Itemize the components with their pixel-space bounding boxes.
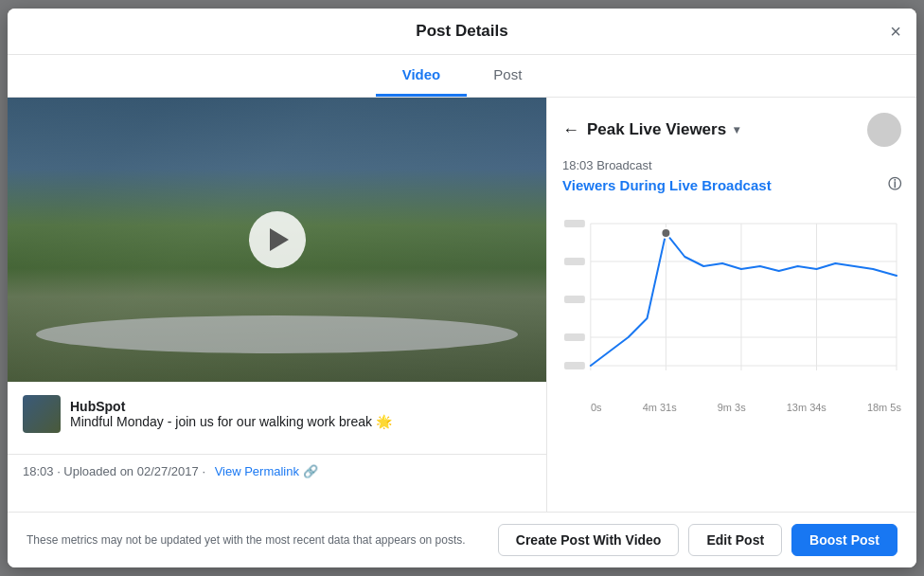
x-axis: 0s 4m 31s 9m 3s 13m 34s 18m 5s xyxy=(562,398,901,413)
panel-title-text: Peak Live Viewers xyxy=(587,120,726,139)
create-post-with-video-button[interactable]: Create Post With Video xyxy=(498,524,680,556)
boost-post-button[interactable]: Boost Post xyxy=(791,524,897,556)
left-panel: HubSpot Mindful Monday - join us for our… xyxy=(8,98,547,512)
modal-header: Post Details × xyxy=(8,9,916,55)
close-button[interactable]: × xyxy=(890,22,901,41)
svg-rect-13 xyxy=(564,333,585,341)
modal-title: Post Details xyxy=(416,22,507,41)
svg-rect-10 xyxy=(564,220,585,227)
edit-post-button[interactable]: Edit Post xyxy=(688,524,782,556)
post-caption: Mindful Monday - join us for our walking… xyxy=(70,414,392,429)
post-meta-text: 18:03 · Uploaded on 02/27/2017 · xyxy=(23,464,205,478)
footer-actions: Create Post With Video Edit Post Boost P… xyxy=(498,524,897,556)
tabs-bar: Video Post xyxy=(8,55,916,98)
svg-point-15 xyxy=(661,228,670,238)
post-meta: 18:03 · Uploaded on 02/27/2017 · View Pe… xyxy=(8,455,546,488)
svg-rect-11 xyxy=(564,258,585,265)
viewers-chart xyxy=(562,205,901,394)
x-label-4: 18m 5s xyxy=(867,402,901,413)
back-arrow-icon[interactable]: ← xyxy=(562,120,579,140)
author-name: HubSpot xyxy=(70,399,392,414)
post-author: HubSpot Mindful Monday - join us for our… xyxy=(23,395,531,433)
panel-avatar xyxy=(867,113,901,147)
viewers-title-text: Viewers During Live Broadcast xyxy=(562,177,772,193)
x-label-1: 4m 31s xyxy=(643,402,677,413)
x-label-3: 13m 34s xyxy=(787,402,826,413)
modal: Post Details × Video Post xyxy=(8,9,916,567)
modal-body: HubSpot Mindful Monday - join us for our… xyxy=(8,98,916,512)
chart-area: 0s 4m 31s 9m 3s 13m 34s 18m 5s xyxy=(562,205,901,496)
panel-header: ← Peak Live Viewers ▾ xyxy=(562,113,901,147)
post-info: HubSpot Mindful Monday - join us for our… xyxy=(8,382,546,455)
view-permalink-link[interactable]: View Permalink 🔗 xyxy=(215,464,318,478)
play-icon xyxy=(270,228,289,251)
video-player[interactable] xyxy=(8,98,546,382)
tab-video[interactable]: Video xyxy=(376,55,468,97)
viewers-title: Viewers During Live Broadcast ⓘ xyxy=(562,176,901,193)
play-button[interactable] xyxy=(249,211,306,268)
info-icon[interactable]: ⓘ xyxy=(888,176,901,193)
x-label-0: 0s xyxy=(591,402,602,413)
modal-overlay: Post Details × Video Post xyxy=(0,0,924,576)
tab-post[interactable]: Post xyxy=(467,55,548,97)
svg-rect-14 xyxy=(564,362,585,369)
avatar-image xyxy=(23,395,61,433)
broadcast-label: 18:03 Broadcast xyxy=(562,158,901,172)
panel-title: ← Peak Live Viewers ▾ xyxy=(562,120,739,140)
right-panel: ← Peak Live Viewers ▾ 18:03 Broadcast Vi… xyxy=(547,98,916,512)
avatar xyxy=(23,395,61,433)
x-label-2: 9m 3s xyxy=(718,402,746,413)
footer-note: These metrics may not be updated yet wit… xyxy=(27,533,466,547)
modal-footer: These metrics may not be updated yet wit… xyxy=(8,512,916,567)
chevron-down-icon[interactable]: ▾ xyxy=(734,123,739,136)
svg-rect-12 xyxy=(564,296,585,303)
